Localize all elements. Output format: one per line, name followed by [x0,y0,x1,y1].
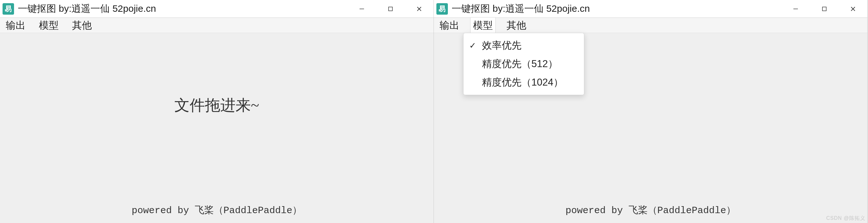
app-window-right: 易 一键抠图 by:逍遥一仙 52pojie.cn 输出 模型 其他 ✓ 效率优… [434,0,868,223]
menu-output[interactable]: 输出 [437,17,462,33]
footer-text: powered by 飞桨（PaddlePaddle） [434,203,867,217]
app-icon: 易 [3,3,14,15]
titlebar[interactable]: 易 一键抠图 by:逍遥一仙 52pojie.cn [434,0,867,18]
minimize-button[interactable] [347,0,376,17]
close-button[interactable] [839,0,867,17]
check-icon: ✓ [468,41,477,50]
titlebar[interactable]: 易 一键抠图 by:逍遥一仙 52pojie.cn [0,0,434,18]
drop-area[interactable]: 文件拖进来~ powered by 飞桨（PaddlePaddle） [0,33,434,223]
window-title: 一键抠图 by:逍遥一仙 52pojie.cn [452,2,781,15]
model-dropdown: ✓ 效率优先 精度优先（512） 精度优先（1024） [463,33,584,95]
close-button[interactable] [405,0,434,17]
menu-model[interactable]: 模型 [36,17,61,33]
window-controls [781,0,867,17]
drop-hint-text: 文件拖进来~ [174,95,259,115]
dropdown-item-precision-512[interactable]: 精度优先（512） [464,55,584,73]
window-controls [347,0,434,17]
menubar: 输出 模型 其他 ✓ 效率优先 精度优先（512） 精度优先（1024） [434,18,867,33]
app-window-left: 易 一键抠图 by:逍遥一仙 52pojie.cn 输出 模型 其他 文件拖进来… [0,0,434,223]
maximize-button[interactable] [810,0,839,17]
footer-text: powered by 飞桨（PaddlePaddle） [0,203,434,217]
app-icon: 易 [436,3,448,15]
svg-rect-1 [389,7,393,11]
menubar: 输出 模型 其他 [0,18,434,33]
dropdown-item-label: 效率优先 [482,39,522,52]
menu-other[interactable]: 其他 [69,17,94,33]
menu-model[interactable]: 模型 [470,17,496,33]
maximize-button[interactable] [376,0,405,17]
watermark-text: CSDN @陈拓义 [826,215,865,222]
window-title: 一键抠图 by:逍遥一仙 52pojie.cn [18,2,347,15]
menu-output[interactable]: 输出 [3,17,28,33]
dropdown-item-efficiency[interactable]: ✓ 效率优先 [464,36,584,55]
svg-rect-5 [823,7,826,11]
dropdown-item-label: 精度优先（1024） [482,76,563,89]
minimize-button[interactable] [781,0,810,17]
dropdown-item-precision-1024[interactable]: 精度优先（1024） [464,73,584,91]
menu-other[interactable]: 其他 [504,17,529,33]
dropdown-item-label: 精度优先（512） [482,57,558,71]
